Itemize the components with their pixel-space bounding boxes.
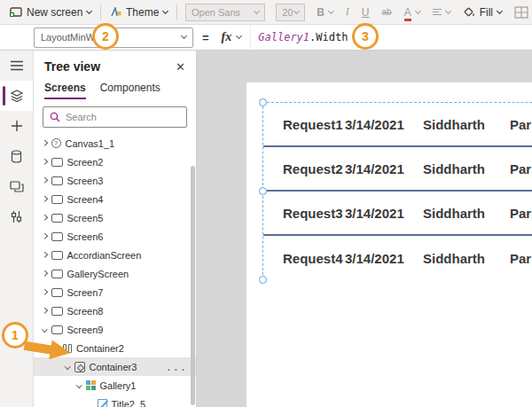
row-date[interactable]: 3/14/2021 <box>345 192 404 234</box>
text-align-button[interactable] <box>426 0 457 25</box>
chevron-right-icon[interactable] <box>42 233 47 239</box>
screen-icon <box>51 214 63 223</box>
tree-item-screen2[interactable]: Screen2 <box>34 153 196 171</box>
screen-icon <box>51 270 63 278</box>
tree-item-label: Canvas1_1 <box>66 138 115 149</box>
row-date[interactable]: 3/14/2021 <box>345 236 404 280</box>
tree-list: ?Canvas1_1Screen2Screen3Screen4Screen5Sc… <box>34 131 196 407</box>
chevron-right-icon[interactable] <box>42 140 47 145</box>
chevron-right-icon[interactable] <box>42 289 47 294</box>
panel-scrollbar[interactable] <box>191 166 195 405</box>
chevron-down-icon <box>236 33 242 39</box>
rail-item-insert[interactable] <box>0 111 33 141</box>
tree-item-accordianscreen[interactable]: AccordianScreen <box>34 246 196 264</box>
canvas-area: Request13/14/2021SiddharthParRequest23/1… <box>197 51 532 407</box>
chevron-down-icon <box>293 7 300 13</box>
font-color-button[interactable]: A <box>398 0 426 25</box>
underline-button[interactable]: U <box>356 0 376 25</box>
row-person[interactable]: Siddharth <box>423 147 485 190</box>
chevron-right-icon[interactable] <box>42 159 47 164</box>
rail-item-advanced-tools[interactable] <box>0 201 33 231</box>
tree-item-screen9[interactable]: Screen9 <box>34 320 196 339</box>
chevron-down-icon[interactable] <box>42 326 47 332</box>
paint-bucket-icon <box>463 6 475 18</box>
tree-item-screen6[interactable]: Screen6 <box>34 227 196 246</box>
chevron-right-icon[interactable] <box>42 252 47 257</box>
search-input[interactable]: Search <box>43 106 187 128</box>
theme-button[interactable]: Theme <box>104 0 174 25</box>
selection-handle[interactable] <box>259 187 267 195</box>
chevron-right-icon[interactable] <box>42 215 47 220</box>
database-cylinder-icon <box>11 150 22 163</box>
rail-item-data[interactable] <box>0 141 33 171</box>
menu-button[interactable] <box>0 51 33 81</box>
tree-item-title2_5[interactable]: Title2_5 <box>34 395 196 407</box>
row-person[interactable]: Siddharth <box>423 192 485 234</box>
tree-item-screen3[interactable]: Screen3 <box>34 171 196 190</box>
close-icon[interactable]: ✕ <box>176 61 185 73</box>
chevron-right-icon[interactable] <box>42 196 47 201</box>
tree-item-screen5[interactable]: Screen5 <box>34 208 196 227</box>
tab-screens[interactable]: Screens <box>44 82 86 99</box>
app-canvas[interactable]: Request13/14/2021SiddharthParRequest23/1… <box>246 82 532 407</box>
tab-components[interactable]: Components <box>100 82 160 99</box>
chevron-right-icon[interactable] <box>42 270 47 276</box>
row-date[interactable]: 3/14/2021 <box>345 147 404 190</box>
selection-handle[interactable] <box>259 276 267 284</box>
new-screen-button[interactable]: New screen <box>4 0 98 25</box>
row-extra[interactable]: Par <box>510 192 531 234</box>
screen-icon <box>51 158 63 167</box>
gallery-row[interactable]: Request43/14/2021SiddharthPar <box>263 236 532 280</box>
rail-item-tree-view[interactable] <box>0 81 33 111</box>
row-title[interactable]: Request1 <box>283 103 343 145</box>
gallery-row[interactable]: Request33/14/2021SiddharthPar <box>263 192 532 236</box>
row-person[interactable]: Siddharth <box>423 236 485 280</box>
italic-button[interactable]: I <box>340 0 356 25</box>
search-icon <box>50 112 60 122</box>
screen-icon <box>51 232 63 241</box>
fill-button[interactable]: Fill <box>457 0 508 25</box>
bold-button[interactable]: B <box>310 0 340 25</box>
row-date[interactable]: 3/14/2021 <box>345 103 404 145</box>
chevron-right-icon[interactable] <box>42 308 47 313</box>
tree-item-label: Screen4 <box>67 194 104 205</box>
annotation-step-2: 2 <box>92 23 119 50</box>
chevron-right-icon[interactable] <box>42 177 47 183</box>
row-extra[interactable]: Par <box>510 236 531 280</box>
gallery-row[interactable]: Request23/14/2021SiddharthPar <box>263 147 532 192</box>
underline-label: U <box>362 6 370 19</box>
row-extra[interactable]: Par <box>510 147 531 190</box>
row-extra[interactable]: Par <box>510 103 531 145</box>
theme-label: Theme <box>126 6 159 19</box>
strikethrough-button[interactable]: ab <box>376 0 398 25</box>
component-icon: ? <box>51 138 61 148</box>
row-title[interactable]: Request4 <box>283 236 343 280</box>
tree-item-screen7[interactable]: Screen7 <box>34 283 196 301</box>
tree-item-screen4[interactable]: Screen4 <box>34 190 196 208</box>
tree-item-gallery1[interactable]: Gallery1 <box>34 376 196 395</box>
screen-icon <box>51 288 63 297</box>
borders-button[interactable] <box>508 0 528 25</box>
more-options-button[interactable]: . . . <box>168 362 185 372</box>
tree-item-label: Screen7 <box>67 287 104 298</box>
formula-input[interactable]: Gallery1.Width <box>258 31 348 43</box>
theme-icon <box>110 7 121 18</box>
tree-item-canvas1_1[interactable]: ?Canvas1_1 <box>34 134 196 153</box>
tree-item-screen8[interactable]: Screen8 <box>34 301 196 320</box>
font-size-select[interactable]: 20 <box>276 4 305 21</box>
font-family-select[interactable]: Open Sans <box>185 4 265 21</box>
tree-item-galleryscreen[interactable]: GalleryScreen <box>34 264 196 283</box>
row-person[interactable]: Siddharth <box>423 103 485 145</box>
selection-handle[interactable] <box>259 98 267 106</box>
gallery-control[interactable]: Request13/14/2021SiddharthParRequest23/1… <box>262 102 532 279</box>
strikethrough-label: ab <box>382 7 392 17</box>
chevron-down-icon[interactable] <box>65 364 70 369</box>
annotation-step-3: 3 <box>352 23 379 50</box>
row-title[interactable]: Request3 <box>283 192 343 234</box>
gallery-row[interactable]: Request13/14/2021SiddharthPar <box>263 103 532 147</box>
chevron-down-icon[interactable] <box>76 382 82 387</box>
toolbar-divider <box>100 4 101 20</box>
fx-dropdown[interactable]: fx <box>216 25 252 50</box>
row-title[interactable]: Request2 <box>283 147 343 190</box>
rail-item-media[interactable] <box>0 171 33 201</box>
